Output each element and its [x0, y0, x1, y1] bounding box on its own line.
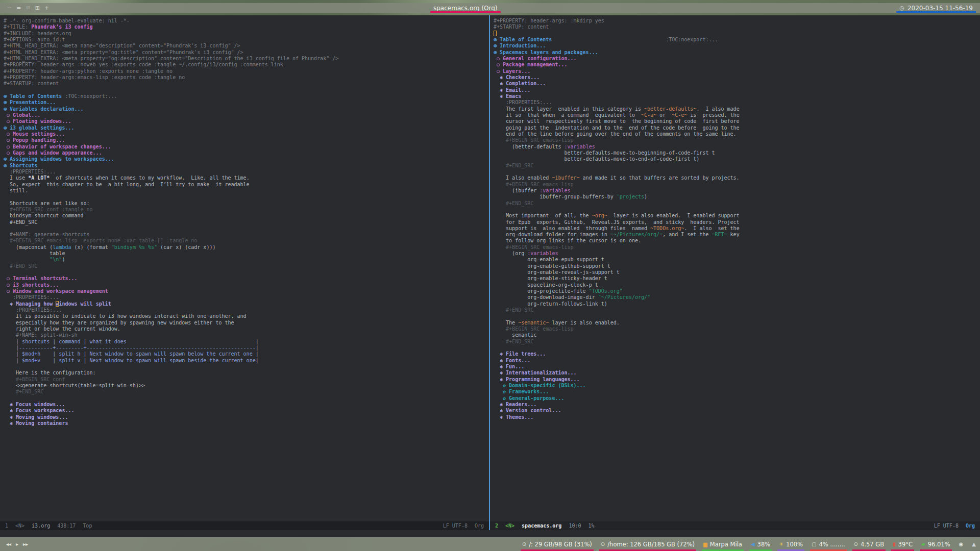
buffer-line[interactable]: org-download folder for images in =~/Pic…: [494, 232, 980, 238]
buffer-line[interactable]: [4, 194, 489, 200]
buffer-line[interactable]: cursor will respectively first move to t…: [494, 118, 980, 124]
buffer-line[interactable]: (mapconcat (lambda (x) (format "bindsym …: [4, 244, 489, 251]
buffer-line[interactable]: [4, 87, 489, 93]
buffer-line[interactable]: ✱ Moving containers: [4, 420, 489, 427]
buffer-line[interactable]: ibuffer-group-buffers-by 'projects): [494, 194, 980, 200]
buffer-line[interactable]: The first layer enabled in this category…: [494, 106, 980, 112]
buffer-line[interactable]: going past the indentation and to the en…: [494, 125, 980, 131]
buffer-line[interactable]: ○ Terminal shortcuts...: [4, 276, 489, 282]
right-buffer[interactable]: #+PROPERTY: header-args: :mkdirp yes#+ST…: [490, 15, 980, 521]
buffer-line[interactable]: better-defaults-move-to-end-of-code-firs…: [494, 156, 980, 162]
buffer-line[interactable]: ✱ Emacs: [494, 93, 980, 99]
buffer-line[interactable]: [494, 207, 980, 213]
buffer-line[interactable]: :PROPERTIES:...: [4, 294, 489, 300]
buffer-line[interactable]: org-enable-epub-support t: [494, 257, 980, 263]
left-window[interactable]: # -*- org-confirm-babel-evaluate: nil -*…: [0, 15, 490, 530]
buffer-line[interactable]: ○ Global...: [4, 112, 489, 118]
buffer-line[interactable]: (ibuffer :variables: [494, 188, 980, 194]
buffer-line[interactable]: So, expect this chapter to be a bit long…: [4, 182, 489, 188]
buffer-line[interactable]: #+END_SRC: [494, 201, 980, 207]
buffer-line[interactable]: ⊛ Table of Contents :TOC:noexport:...: [4, 93, 489, 99]
buffer-line[interactable]: | $mod+v | split v | Next window to spaw…: [4, 358, 489, 364]
buffer-line[interactable]: org-return-follows-link t): [494, 301, 980, 307]
echo-area[interactable]: [0, 530, 980, 537]
buffer-line[interactable]: #+END_SRC: [4, 389, 489, 395]
buffer-line[interactable]: #+PROPERTY: header-args :noweb yes :expo…: [4, 62, 489, 68]
buffer-line[interactable]: ✱ Fun...: [494, 364, 980, 370]
wifi-module[interactable]: ▲: [972, 537, 976, 551]
buffer-line[interactable]: ✱ Fonts...: [494, 358, 980, 364]
buffer-line[interactable]: #+TITLE: Phundrak’s i3 config: [4, 24, 489, 30]
buffer-line[interactable]: # -*- org-confirm-babel-evaluate: nil -*…: [4, 18, 489, 24]
buffer-line[interactable]: :PROPERTIES:...: [4, 169, 489, 175]
buffer-line[interactable]: table: [4, 251, 489, 257]
buffer-line[interactable]: #+NAME: generate-shortcuts: [4, 232, 489, 238]
right-modeline[interactable]: 2 <N> spacemacs.org 10:0 1% LF UTF-8 Org: [490, 521, 980, 530]
buffer-line[interactable]: I also enabled ~ibuffer~ and made it so …: [494, 175, 980, 181]
buffer-line[interactable]: semantic: [494, 332, 980, 338]
buffer-line[interactable]: spaceline-org-clock-p t: [494, 282, 980, 288]
buffer-line[interactable]: [4, 364, 489, 370]
buffer-line[interactable]: [494, 31, 980, 37]
buffer-line[interactable]: org-projectile-file "TODOs.org": [494, 288, 980, 294]
disk-root-module[interactable]: ⊙/: 29 GB/98 GB (31%): [522, 537, 592, 551]
buffer-line[interactable]: ○ i3 shortcuts...: [4, 282, 489, 288]
buffer-line[interactable]: #+HTML_HEAD_EXTRA: <meta property="og:de…: [4, 56, 489, 62]
buffer-line[interactable]: ○ Behavior of workspace changes...: [4, 144, 489, 150]
buffer-line[interactable]: #+STARTUP: content: [4, 81, 489, 87]
buffer-line[interactable]: ✱ Internationalization...: [494, 370, 980, 376]
buffer-line[interactable]: [494, 313, 980, 319]
brightness-module[interactable]: ☀100%: [779, 537, 803, 551]
buffer-line[interactable]: ⊛ Spacemacs layers and packages...: [494, 49, 980, 56]
buffer-line[interactable]: [494, 169, 980, 175]
buffer-line[interactable]: Most important of all, the ~org~ layer i…: [494, 213, 980, 219]
buffer-line[interactable]: #+HTML_HEAD_EXTRA: <meta property="og:ti…: [4, 49, 489, 56]
buffer-line[interactable]: "\n"): [4, 257, 489, 263]
disk-home-module[interactable]: ⊙/home: 126 GB/185 GB (72%): [601, 537, 695, 551]
buffer-line[interactable]: ✱ Focus workspaces...: [4, 408, 489, 414]
buffer-line[interactable]: ✱ File trees...: [494, 351, 980, 357]
buffer-line[interactable]: #+PROPERTY: header-args:emacs-lisp :expo…: [4, 74, 489, 81]
buffer-line[interactable]: ✱ Readers...: [494, 402, 980, 408]
buffer-line[interactable]: ⊛ Variables declaration...: [4, 106, 489, 112]
buffer-line[interactable]: (better-defaults :variables: [494, 144, 980, 150]
buffer-line[interactable]: org-download-image-dir "~/Pictures/org/": [494, 294, 980, 300]
buffer-line[interactable]: ○ Gaps and window appearance...: [4, 150, 489, 156]
buffer-line[interactable]: Shortcuts are set like so:: [4, 201, 489, 207]
buffer-line[interactable]: to follow org links if the cursor is on …: [494, 238, 980, 244]
buffer-line[interactable]: for Epub exports, Github, Reveal.JS expo…: [494, 219, 980, 226]
buffer-line[interactable]: #+STARTUP: content: [494, 24, 980, 30]
buffer-line[interactable]: #+PROPERTY: header-args:python :exports …: [4, 68, 489, 74]
buffer-line[interactable]: bindsym shortcut command: [4, 213, 489, 219]
left-modeline[interactable]: 1 <N> i3.org 438:17 Top LF UTF-8 Org: [0, 521, 489, 530]
buffer-line[interactable]: ✱ Focus windows...: [4, 402, 489, 408]
buffer-line[interactable]: ○ Popup handling...: [4, 137, 489, 143]
buffer-line[interactable]: still.: [4, 188, 489, 194]
layout-tabbed-icon[interactable]: ≡: [26, 5, 30, 11]
buffer-line[interactable]: #+END_SRC: [4, 219, 489, 226]
eol-encoding[interactable]: LF UTF-8: [443, 523, 468, 529]
temperature-module[interactable]: ▮39°C: [893, 537, 913, 551]
buffer-line[interactable]: It is possible to indicate to i3 how win…: [4, 313, 489, 319]
buffer-line[interactable]: ✿ General-purpose...: [494, 395, 980, 402]
buffer-line[interactable]: ✱ Version control...: [494, 408, 980, 414]
eol-encoding[interactable]: LF UTF-8: [934, 523, 959, 529]
buffer-line[interactable]: end of the line before going over the en…: [494, 131, 980, 137]
buffer-line[interactable]: [4, 269, 489, 276]
buffer-line[interactable]: ⊛ Introduction...: [494, 43, 980, 49]
battery-module[interactable]: ▰96.01%: [921, 537, 950, 551]
cpu-module[interactable]: ▢4% ........: [812, 537, 845, 551]
buffer-line[interactable]: #+END_SRC: [494, 307, 980, 313]
major-mode[interactable]: Org: [966, 523, 975, 529]
buffer-line[interactable]: especially how they are organized by spa…: [4, 320, 489, 326]
buffer-line[interactable]: support is also enabled through files na…: [494, 226, 980, 232]
buffer-line[interactable]: better-defaults-move-to-beginning-of-cod…: [494, 150, 980, 156]
buffer-line[interactable]: ○ Package management...: [494, 62, 980, 68]
buffer-line[interactable]: #+BEGIN_SRC emacs-lisp: [494, 137, 980, 143]
buffer-line[interactable]: #+BEGIN_SRC conf :tangle no: [4, 207, 489, 213]
next-track-icon[interactable]: ▸▸: [23, 541, 28, 547]
buffer-line[interactable]: ✱ Managing how windows will split: [4, 301, 489, 307]
buffer-line[interactable]: ○ Layers...: [494, 68, 980, 74]
buffer-line[interactable]: ✱ Programming languages...: [494, 377, 980, 383]
buffer-line[interactable]: ○ General configuration...: [494, 56, 980, 62]
